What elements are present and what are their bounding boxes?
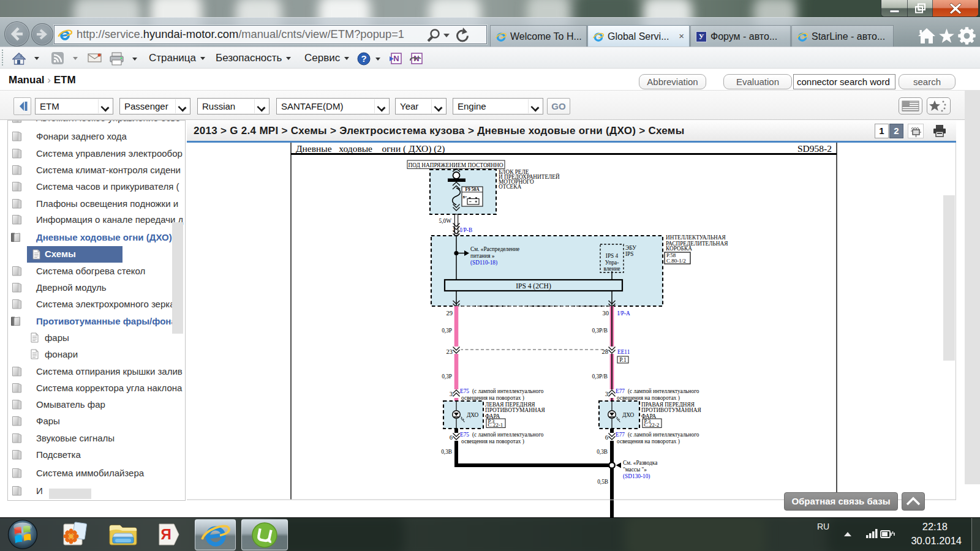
svg-text:КОРОБКА: КОРОБКА [666,246,692,252]
svg-text:ИНТЕЛЛЕКТУАЛЬНАЯ: ИНТЕЛЛЕКТУАЛЬНАЯ [666,234,726,241]
svg-text:освещения на поворотах ): освещения на поворотах ) [617,395,680,402]
svg-text:I/P-A: I/P-A [617,310,630,317]
svg-text:?: ? [361,53,366,64]
svg-text:0,3B: 0,3B [597,449,608,455]
svg-text:ПРОТИВОТУМАННАЯ: ПРОТИВОТУМАННАЯ [641,407,701,413]
svg-text:5,0W: 5,0W [439,218,452,224]
svg-text:ДХО: ДХО [622,412,635,418]
svg-text:освещения на поворотах ): освещения на поворотах ) [461,438,524,445]
svg-text:23: 23 [447,348,453,355]
svg-text:P.1: P.1 [619,357,627,363]
svg-text:освещения на поворотах ): освещения на поворотах ) [461,395,524,402]
svg-text:1: 1 [453,227,456,233]
svg-text:ПОД НАПРЯЖЕНИЕМ ПОСТОЯННО: ПОД НАПРЯЖЕНИЕМ ПОСТОЯННО [408,162,503,168]
svg-text:28: 28 [602,348,609,355]
svg-text:C.22-1: C.22-1 [488,422,503,428]
svg-text:E75: E75 [460,432,469,438]
svg-text:0,3B: 0,3B [441,449,452,455]
svg-text:E75: E75 [460,388,469,394]
svg-text:F9 50A: F9 50A [465,187,480,192]
svg-text:Упра-: Упра- [605,260,619,266]
svg-text:0,3P: 0,3P [442,373,452,380]
svg-text:Я: Я [160,526,171,542]
svg-text:(с лампой интеллектуального: (с лампой интеллектуального [628,432,699,438]
svg-text:6: 6 [450,434,453,441]
svg-text:(с лампой интеллектуального: (с лампой интеллектуального [472,388,544,395]
svg-text:29: 29 [447,310,453,317]
svg-text:C.22-2: C.22-2 [644,422,660,428]
svg-text:30: 30 [603,310,609,317]
svg-text:3: 3 [605,391,608,397]
svg-text:EE11: EE11 [617,349,630,355]
svg-text:У: У [699,33,704,41]
svg-text:E77: E77 [616,432,625,438]
svg-text:(SD110-18): (SD110-18) [470,260,497,266]
svg-text:"массы "»: "массы "» [623,467,647,473]
svg-text:См. «Разводка: См. «Разводка [623,460,657,466]
svg-text:ОТСЕКА: ОТСЕКА [499,184,521,190]
svg-text:IPS: IPS [625,251,633,257]
svg-text:освещения на поворотах ): освещения на поворотах ) [617,438,680,445]
svg-text:6: 6 [605,434,608,441]
svg-text:0,3P: 0,3P [442,328,452,334]
svg-text:0,5B: 0,5B [597,479,608,485]
svg-text:ПРОТИВОТУМАННАЯ: ПРОТИВОТУМАННАЯ [485,407,545,413]
svg-text:N: N [393,54,399,63]
svg-text:вление: вление [603,266,620,272]
svg-text:3: 3 [450,391,453,397]
svg-text:IPS 4: IPS 4 [606,253,619,259]
svg-text:питания »: питания » [470,253,495,259]
svg-text:0,3P/B: 0,3P/B [592,373,608,380]
svg-text:(с лампой интеллектуального: (с лампой интеллектуального [472,432,544,438]
svg-text:SD958-2: SD958-2 [797,143,832,154]
svg-text:B+: B+ [463,195,467,199]
svg-text:ЭБУ: ЭБУ [625,245,636,251]
svg-text:0,3P/B: 0,3P/B [592,328,608,334]
svg-text:С.80-1/2: С.80-1/2 [666,258,686,264]
svg-text:(SD130-10): (SD130-10) [623,473,650,480]
svg-text:ДХО: ДХО [467,412,479,418]
svg-text:(с лампой интеллектуального: (с лампой интеллектуального [628,388,699,395]
svg-text:ПРАВАЯ ПЕРЕДНЯЯ: ПРАВАЯ ПЕРЕДНЯЯ [641,402,695,408]
svg-text:I/P-B: I/P-B [460,227,472,233]
svg-text:См. «Распределение: См. «Распределение [470,246,519,252]
svg-text:IPS 4 (2CH): IPS 4 (2CH) [516,282,551,290]
svg-text:ЛЕВАЯ ПЕРЕДНЯЯ: ЛЕВАЯ ПЕРЕДНЯЯ [485,402,535,408]
svg-text:E77: E77 [616,388,625,394]
svg-text:Дневные ходовые огни ( ДХ: Дневные ходовые огни ( ДХО) (2) [296,143,445,154]
